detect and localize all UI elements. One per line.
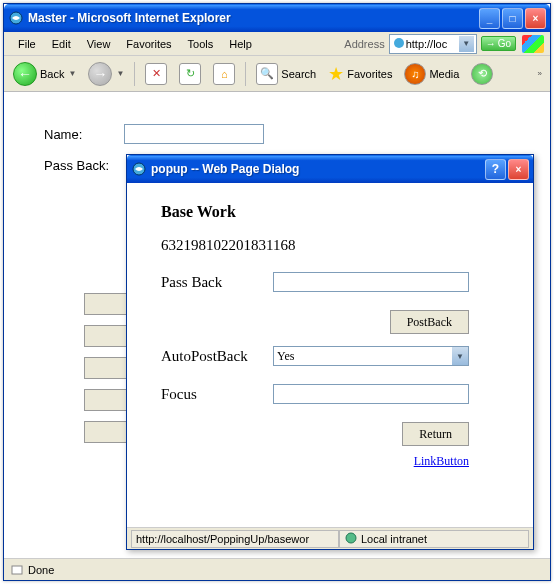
forward-icon: → [88,62,112,86]
autopostback-select[interactable]: Yes ▼ [273,346,469,366]
menu-help[interactable]: Help [221,35,260,53]
popup-heading: Base Work [161,203,505,221]
ie-icon [131,161,147,177]
zone-icon [344,531,358,547]
toolbar: ← Back ▼ → ▼ ✕ ↻ ⌂ 🔍Search ★Favorites ♫M… [4,56,550,92]
back-label: Back [40,68,64,80]
popup-status-url: http://localhost/PoppingUp/basewor [131,530,339,548]
address-value: http://loc [406,38,459,50]
back-icon: ← [13,62,37,86]
autopostback-label: AutoPostBack [161,348,273,365]
svg-point-1 [394,38,404,48]
history-icon: ⟲ [471,63,493,85]
media-icon: ♫ [404,63,426,85]
search-icon: 🔍 [256,63,278,85]
return-button[interactable]: Return [402,422,469,446]
main-title: Master - Microsoft Internet Explorer [28,11,479,25]
main-statusbar: Done [4,558,550,580]
link-button[interactable]: LinkButton [414,454,469,469]
popup-passback-label: Pass Back [161,274,273,291]
favorites-button[interactable]: ★Favorites [323,60,397,88]
popup-passback-input[interactable] [273,272,469,292]
media-button[interactable]: ♫Media [399,60,464,88]
autopostback-value: Yes [277,349,452,364]
focus-label: Focus [161,386,273,403]
menu-favorites[interactable]: Favorites [118,35,179,53]
popup-title: popup -- Web Page Dialog [151,162,485,176]
menubar: File Edit View Favorites Tools Help Addr… [4,32,550,56]
refresh-icon: ↻ [179,63,201,85]
svg-rect-2 [12,566,22,574]
postback-button[interactable]: PostBack [390,310,469,334]
popup-status-zone: Local intranet [361,533,427,545]
search-label: Search [281,68,316,80]
menu-edit[interactable]: Edit [44,35,79,53]
address-bar[interactable]: http://loc ▼ [389,34,477,54]
address-dropdown-icon[interactable]: ▼ [459,36,474,52]
popup-close-button[interactable]: × [508,159,529,180]
help-button[interactable]: ? [485,159,506,180]
maximize-button[interactable]: □ [502,8,523,29]
status-icon [10,563,24,577]
home-button[interactable]: ⌂ [208,60,240,88]
ie-icon [8,10,24,26]
media-label: Media [429,68,459,80]
focus-input[interactable] [273,384,469,404]
stop-button[interactable]: ✕ [140,60,172,88]
favorites-label: Favorites [347,68,392,80]
go-label: Go [498,38,511,49]
passback-label: Pass Back: [44,158,124,173]
refresh-button[interactable]: ↻ [174,60,206,88]
chevron-down-icon: ▼ [68,69,76,78]
popup-titlebar: popup -- Web Page Dialog ? × [127,155,533,183]
page-favicon [392,36,406,52]
home-icon: ⌂ [213,63,235,85]
menu-file[interactable]: File [10,35,44,53]
main-titlebar: Master - Microsoft Internet Explorer _ □… [4,4,550,32]
star-icon: ★ [328,63,344,85]
ie-flag-icon [522,35,544,53]
svg-point-4 [346,533,356,543]
minimize-button[interactable]: _ [479,8,500,29]
stop-icon: ✕ [145,63,167,85]
chevron-down-icon: ▼ [116,69,124,78]
back-button[interactable]: ← Back ▼ [8,59,81,89]
toolbar-overflow-icon[interactable]: » [534,65,546,82]
go-button[interactable]: → Go [481,36,516,51]
address-label: Address [344,38,388,50]
menu-view[interactable]: View [79,35,119,53]
popup-dialog: popup -- Web Page Dialog ? × Base Work 6… [126,154,534,550]
forward-button[interactable]: → ▼ [83,59,129,89]
popup-body: Base Work 632198102201831168 Pass Back P… [127,183,533,527]
history-button[interactable]: ⟲ [466,60,498,88]
name-label: Name: [44,127,124,142]
status-text: Done [28,564,54,576]
close-button[interactable]: × [525,8,546,29]
search-button[interactable]: 🔍Search [251,60,321,88]
popup-number: 632198102201831168 [161,237,295,254]
popup-status-zone-cell: Local intranet [339,530,529,548]
menu-tools[interactable]: Tools [180,35,222,53]
chevron-down-icon: ▼ [452,347,468,365]
popup-statusbar: http://localhost/PoppingUp/basewor Local… [127,527,533,549]
name-input[interactable] [124,124,264,144]
window-buttons: _ □ × [479,8,546,29]
